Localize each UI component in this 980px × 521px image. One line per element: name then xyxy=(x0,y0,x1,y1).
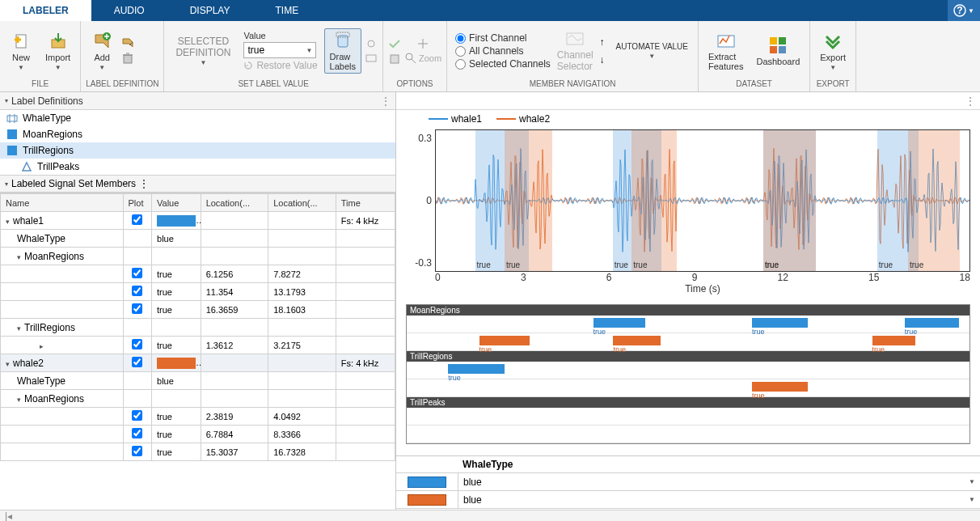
track-region[interactable] xyxy=(905,318,959,328)
pan-icon[interactable] xyxy=(416,37,429,50)
value-label: Value xyxy=(243,31,317,40)
first-channel-radio[interactable]: First Channel xyxy=(455,32,551,44)
region-orange[interactable]: true xyxy=(763,130,816,271)
draw-labels-button[interactable]: Draw Labels xyxy=(324,28,361,74)
plot-checkbox[interactable] xyxy=(132,410,142,421)
table-row[interactable]: MoanRegions xyxy=(1,390,395,408)
svg-rect-14 xyxy=(770,37,777,44)
table-row[interactable]: whale1Fs: 4 kHz xyxy=(1,212,395,230)
whaletype-panel: WhaleType blue▼ blue▼ xyxy=(396,455,980,509)
labeldef-group-label: LABEL DEFINITION xyxy=(86,79,158,90)
plot-more-icon[interactable]: ⋮ xyxy=(965,95,975,107)
table-row[interactable]: true6.78848.3366 xyxy=(1,426,395,443)
delete-definition-icon[interactable] xyxy=(121,52,134,65)
zoom-icon[interactable] xyxy=(404,52,417,65)
restore-value-button[interactable]: Restore Value xyxy=(243,60,317,71)
table-row[interactable]: true11.35413.1793 xyxy=(1,283,395,301)
add-label-icon xyxy=(92,32,112,51)
accept-icon[interactable] xyxy=(388,37,401,50)
plot-checkbox[interactable] xyxy=(132,446,142,456)
export-icon xyxy=(823,32,843,51)
col-plot[interactable]: Plot xyxy=(123,194,152,212)
more-icon[interactable]: ⋮ xyxy=(139,178,149,189)
plot-checkbox[interactable] xyxy=(132,428,142,438)
extract-features-button[interactable]: Extract Features xyxy=(703,29,748,73)
table-row[interactable]: true16.365918.1603 xyxy=(1,301,395,319)
nav-down-icon[interactable]: ↓ xyxy=(600,54,605,66)
tab-time[interactable]: TIME xyxy=(253,0,322,21)
svg-rect-15 xyxy=(779,37,786,44)
table-row[interactable]: true1.36123.2175 xyxy=(1,337,395,354)
col-name[interactable]: Name xyxy=(1,194,124,212)
export-button[interactable]: Export▼ xyxy=(815,30,851,73)
label-definitions-header[interactable]: ▾Label Definitions⋮ xyxy=(0,92,395,110)
chevron-down-icon: ▼ xyxy=(968,7,974,15)
label-def-trillregions[interactable]: TrillRegions xyxy=(0,142,395,159)
tab-labeler[interactable]: LABELER xyxy=(0,0,91,21)
all-channels-radio[interactable]: All Channels xyxy=(455,45,551,57)
col-value[interactable]: Value xyxy=(152,194,201,212)
labeled-members-header[interactable]: ▾Labeled Signal Set Members⋮ xyxy=(0,175,395,193)
whaletype-row[interactable]: blue▼ xyxy=(396,491,980,509)
label-region-icon[interactable] xyxy=(365,52,378,65)
delete-label-icon[interactable] xyxy=(388,52,401,65)
def-icon xyxy=(21,161,32,172)
import-button[interactable]: Import▼ xyxy=(40,30,75,73)
track-region[interactable] xyxy=(752,382,808,392)
plot-checkbox[interactable] xyxy=(132,268,142,278)
def-icon xyxy=(6,145,18,156)
table-row[interactable]: true6.12567.8272 xyxy=(1,265,395,283)
edit-definition-icon[interactable] xyxy=(121,37,134,50)
table-row[interactable]: true2.38194.0492 xyxy=(1,408,395,426)
setlabel-group-label: SET LABEL VALUE xyxy=(169,79,378,90)
dashboard-button[interactable]: Dashboard xyxy=(751,34,805,68)
label-point-icon[interactable] xyxy=(365,37,378,50)
selected-channels-radio[interactable]: Selected Channels xyxy=(455,58,551,70)
signal-plot[interactable]: 0.30-0.3 truetruetruetruetruetruetruetru… xyxy=(406,129,970,291)
collapse-icon[interactable]: |◂ xyxy=(5,510,12,522)
plot-checkbox[interactable] xyxy=(132,339,142,349)
region-orange[interactable]: true xyxy=(505,130,553,271)
col-time[interactable]: Time xyxy=(336,194,395,212)
table-row[interactable]: true15.303716.7328 xyxy=(1,443,395,461)
add-definition-button[interactable]: Add▼ xyxy=(86,30,118,73)
x-axis-ticks: 0369121518 xyxy=(435,272,970,283)
table-row[interactable]: WhaleTypeblue xyxy=(1,230,395,248)
new-button[interactable]: New▼ xyxy=(5,30,37,73)
plot-checkbox[interactable] xyxy=(132,286,142,296)
table-row[interactable]: whale2Fs: 4 kHz xyxy=(1,354,395,372)
track-region[interactable] xyxy=(613,336,660,345)
whaletype-row[interactable]: blue▼ xyxy=(396,473,980,491)
table-row[interactable]: TrillRegions xyxy=(1,319,395,337)
value-input[interactable]: true▼ xyxy=(243,42,316,58)
track-region[interactable] xyxy=(593,318,645,328)
col-locmax[interactable]: Location(... xyxy=(268,194,336,212)
tab-audio[interactable]: AUDIO xyxy=(91,0,167,21)
track-region[interactable] xyxy=(752,318,808,328)
svg-rect-17 xyxy=(779,46,786,53)
table-row[interactable]: MoanRegions xyxy=(1,248,395,265)
label-def-trillpeaks[interactable]: TrillPeaks xyxy=(0,159,395,175)
label-def-moanregions[interactable]: MoanRegions xyxy=(0,126,395,142)
label-tracks[interactable]: MoanRegions truetruetrue truetruetrue Tr… xyxy=(406,304,970,444)
nav-group-label: MEMBER NAVIGATION xyxy=(452,79,693,90)
track-region[interactable] xyxy=(479,336,530,345)
plot-checkbox[interactable] xyxy=(132,303,142,314)
plot-checkbox[interactable] xyxy=(132,214,142,225)
svg-rect-21 xyxy=(7,129,17,139)
track-region[interactable] xyxy=(872,336,916,345)
label-def-whaletype[interactable]: WhaleType xyxy=(0,110,395,126)
table-row[interactable]: WhaleTypeblue xyxy=(1,372,395,390)
automate-value-button[interactable]: AUTOMATE VALUE▼ xyxy=(611,40,693,61)
region-orange[interactable]: true xyxy=(908,130,960,271)
track-label: true xyxy=(872,345,885,354)
draw-labels-icon xyxy=(333,31,353,50)
help-button[interactable]: ? ▼ xyxy=(948,0,980,21)
region-orange[interactable]: true xyxy=(632,130,676,271)
col-locmin[interactable]: Location(... xyxy=(201,194,268,212)
nav-up-icon[interactable]: ↑ xyxy=(600,36,605,48)
more-icon[interactable]: ⋮ xyxy=(381,95,391,107)
track-region[interactable] xyxy=(448,364,505,374)
tab-display[interactable]: DISPLAY xyxy=(167,0,253,21)
plot-checkbox[interactable] xyxy=(132,357,142,367)
